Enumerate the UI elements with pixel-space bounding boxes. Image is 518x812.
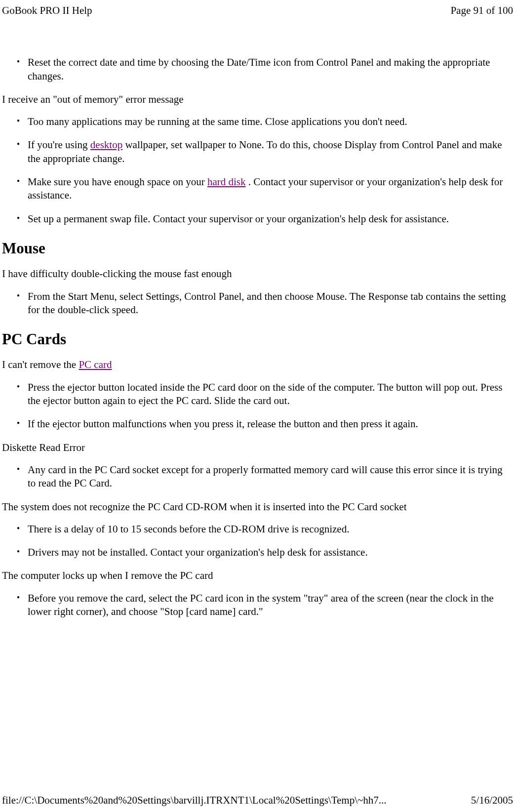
body-paragraph: The system does not recognize the PC Car…	[2, 500, 513, 514]
page-header: GoBook PRO II Help Page 91 of 100	[0, 0, 518, 17]
document-title: GoBook PRO II Help	[2, 4, 92, 17]
bullet-list: Any card in the PC Card socket except fo…	[2, 463, 513, 490]
document-content: Reset the correct date and time by choos…	[0, 17, 518, 618]
section-heading: Mouse	[2, 239, 513, 258]
section-heading: PC Cards	[2, 329, 513, 349]
file-path: file://C:\Documents%20and%20Settings\bar…	[2, 794, 387, 807]
footer-date: 5/16/2005	[471, 794, 513, 807]
body-paragraph: The computer locks up when I remove the …	[2, 569, 513, 582]
list-item: If the ejector button malfunctions when …	[28, 417, 513, 431]
body-paragraph: Diskette Read Error	[2, 441, 513, 454]
list-item: Press the ejector button located inside …	[28, 381, 513, 408]
page-number: Page 91 of 100	[450, 4, 513, 17]
list-item: Set up a permanent swap file. Contact yo…	[28, 212, 513, 226]
list-item: If you're using desktop wallpaper, set w…	[28, 138, 513, 165]
link[interactable]: desktop	[90, 139, 122, 151]
body-paragraph: I have difficulty double-clicking the mo…	[2, 267, 513, 281]
link[interactable]: hard disk	[207, 176, 246, 188]
body-paragraph: I can't remove the PC card	[2, 358, 513, 371]
bullet-list: Before you remove the card, select the P…	[2, 592, 513, 619]
list-item: Reset the correct date and time by choos…	[28, 56, 513, 83]
list-item: Before you remove the card, select the P…	[28, 592, 513, 619]
bullet-list: Reset the correct date and time by choos…	[2, 56, 513, 83]
bullet-list: There is a delay of 10 to 15 seconds bef…	[2, 523, 513, 560]
list-item: From the Start Menu, select Settings, Co…	[28, 290, 513, 317]
list-item: Any card in the PC Card socket except fo…	[28, 463, 513, 490]
page-footer: file://C:\Documents%20and%20Settings\bar…	[2, 794, 513, 807]
list-item: There is a delay of 10 to 15 seconds bef…	[28, 523, 513, 536]
bullet-list: Press the ejector button located inside …	[2, 381, 513, 431]
bullet-list: From the Start Menu, select Settings, Co…	[2, 290, 513, 317]
bullet-list: Too many applications may be running at …	[2, 115, 513, 226]
list-item: Make sure you have enough space on your …	[28, 175, 513, 203]
body-paragraph: I receive an "out of memory" error messa…	[2, 93, 513, 106]
list-item: Drivers may not be installed. Contact yo…	[28, 546, 513, 559]
link[interactable]: PC card	[79, 359, 112, 370]
list-item: Too many applications may be running at …	[28, 115, 513, 128]
